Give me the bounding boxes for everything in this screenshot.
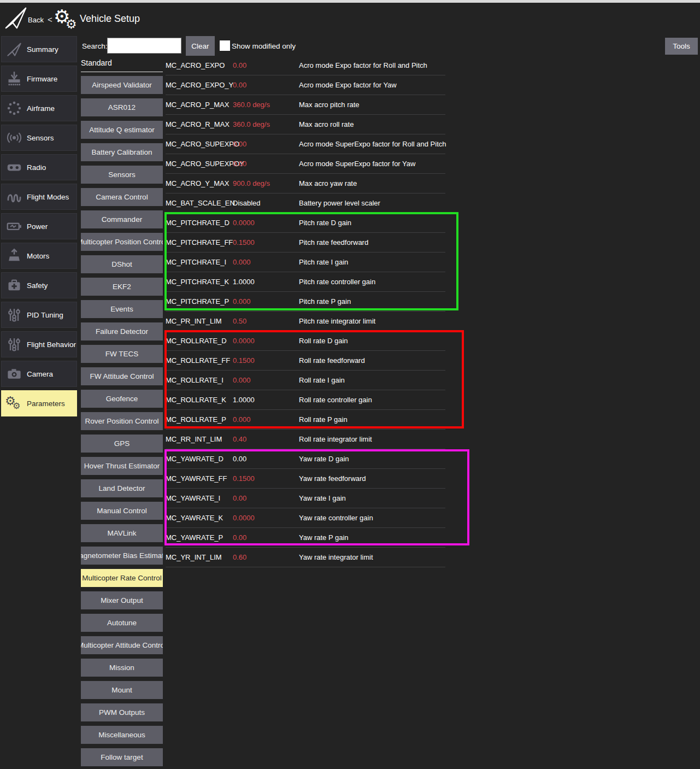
category-asr012[interactable]: ASR012 xyxy=(81,98,163,116)
category-fw-tecs[interactable]: FW TECS xyxy=(81,345,163,363)
param-row-mc-rollrate-k[interactable]: MC_ROLLRATE_K1.0000Roll rate controller … xyxy=(166,390,445,410)
param-value: 0.40 xyxy=(233,435,299,443)
category-geofence[interactable]: Geofence xyxy=(81,390,163,408)
param-row-mc-bat-scale-en[interactable]: MC_BAT_SCALE_ENDisabledBattery power lev… xyxy=(166,193,445,213)
param-row-mc-yawrate-i[interactable]: MC_YAWRATE_I0.00Yaw rate I gain xyxy=(166,489,445,508)
tools-button[interactable]: Tools xyxy=(665,38,698,55)
back-button[interactable]: Back xyxy=(28,16,44,24)
category-ekf2[interactable]: EKF2 xyxy=(81,278,163,296)
param-row-mc-pitchrate-p[interactable]: MC_PITCHRATE_P0.000Pitch rate P gain xyxy=(166,292,445,312)
param-name: MC_ROLLRATE_FF xyxy=(166,356,233,365)
sidebar-item-camera[interactable]: Camera xyxy=(1,361,77,387)
sidebar-item-flight-modes[interactable]: Flight Modes xyxy=(1,184,77,210)
param-description: Acro mode Expo factor for Roll and Pitch xyxy=(299,61,427,69)
param-name: MC_ACRO_EXPO xyxy=(166,61,233,69)
category-miscellaneous[interactable]: Miscellaneous xyxy=(81,726,163,744)
sidebar-item-pid-tuning[interactable]: PID Tuning xyxy=(1,302,77,328)
param-description: Battery power level scaler xyxy=(299,199,380,207)
sidebar-item-airframe[interactable]: Airframe xyxy=(1,95,77,121)
param-row-mc-acro-r-max[interactable]: MC_ACRO_R_MAX360.0 deg/sMax acro roll ra… xyxy=(166,115,445,134)
category-sensors[interactable]: Sensors xyxy=(81,166,163,184)
param-row-mc-yawrate-ff[interactable]: MC_YAWRATE_FF0.1500Yaw rate feedforward xyxy=(166,469,445,489)
param-description: Pitch rate controller gain xyxy=(299,278,375,286)
param-name: MC_ACRO_SUPEXPO xyxy=(166,140,233,148)
param-description: Max acro roll rate xyxy=(299,120,354,128)
param-row-mc-rollrate-i[interactable]: MC_ROLLRATE_I0.000Roll rate I gain xyxy=(166,371,445,390)
category-multicopter-rate-control[interactable]: Multicopter Rate Control xyxy=(81,569,163,587)
category-magnetometer-bias-estimator[interactable]: Magnetometer Bias Estimator xyxy=(81,547,163,565)
sidebar-item-label: Power xyxy=(27,222,48,231)
category-camera-control[interactable]: Camera Control xyxy=(81,188,163,206)
clear-button[interactable]: Clear xyxy=(186,36,215,56)
param-row-mc-acro-expo-y[interactable]: MC_ACRO_EXPO_Y0.00Acro mode Expo factor … xyxy=(166,75,445,95)
category-mount[interactable]: Mount xyxy=(81,681,163,699)
sidebar-item-radio[interactable]: Radio xyxy=(1,154,77,180)
sidebar-item-parameters[interactable]: ⚙⚙Parameters xyxy=(1,390,77,416)
category-attitude-q-estimator[interactable]: Attitude Q estimator xyxy=(81,121,163,139)
param-name: MC_YAWRATE_FF xyxy=(166,474,233,483)
param-row-mc-rollrate-ff[interactable]: MC_ROLLRATE_FF0.1500Roll rate feedforwar… xyxy=(166,351,445,371)
sidebar-item-summary[interactable]: Summary xyxy=(1,36,77,62)
category-manual-control[interactable]: Manual Control xyxy=(81,502,163,520)
sidebar-item-safety[interactable]: Safety xyxy=(1,272,77,298)
param-row-mc-acro-supexpoy[interactable]: MC_ACRO_SUPEXPOY0.00Acro mode SuperExpo … xyxy=(166,154,445,174)
category-mission[interactable]: Mission xyxy=(81,659,163,677)
category-hover-thrust-estimator[interactable]: Hover Thrust Estimator xyxy=(81,457,163,475)
category-rover-position-control[interactable]: Rover Position Control xyxy=(81,412,163,430)
param-row-mc-yr-int-lim[interactable]: MC_YR_INT_LIM0.60Yaw rate integrator lim… xyxy=(166,548,445,567)
sidebar-item-flight-behavior[interactable]: Flight Behavior xyxy=(1,331,77,357)
param-row-mc-pitchrate-ff[interactable]: MC_PITCHRATE_FF0.1500Pitch rate feedforw… xyxy=(166,233,445,253)
category-autotune[interactable]: Autotune xyxy=(81,614,163,632)
param-row-mc-yawrate-p[interactable]: MC_YAWRATE_P0.00Yaw rate P gain xyxy=(166,528,445,548)
category-group-header[interactable]: Standard xyxy=(81,58,163,72)
sidebar-item-label: Firmware xyxy=(27,75,57,83)
param-value: 0.00 xyxy=(233,81,299,89)
param-row-mc-rr-int-lim[interactable]: MC_RR_INT_LIM0.40Roll rate integrator li… xyxy=(166,430,445,449)
param-name: MC_ACRO_Y_MAX xyxy=(166,179,233,187)
sidebar-item-sensors[interactable]: Sensors xyxy=(1,125,77,151)
param-row-mc-acro-y-max[interactable]: MC_ACRO_Y_MAX900.0 deg/sMax acro yaw rat… xyxy=(166,174,445,193)
param-description: Pitch rate I gain xyxy=(299,258,348,266)
param-row-mc-pitchrate-k[interactable]: MC_PITCHRATE_K1.0000Pitch rate controlle… xyxy=(166,272,445,292)
param-value: 0.000 xyxy=(233,376,299,384)
category-multicopter-position-control[interactable]: Multicopter Position Control xyxy=(81,233,163,251)
param-row-mc-pitchrate-d[interactable]: MC_PITCHRATE_D0.0000Pitch rate D gain xyxy=(166,213,445,233)
search-input[interactable] xyxy=(107,38,181,54)
param-row-mc-pitchrate-i[interactable]: MC_PITCHRATE_I0.000Pitch rate I gain xyxy=(166,253,445,272)
param-description: Roll rate integrator limit xyxy=(299,435,372,443)
category-battery-calibration[interactable]: Battery Calibration xyxy=(81,143,163,161)
param-row-mc-rollrate-d[interactable]: MC_ROLLRATE_D0.0000Roll rate D gain xyxy=(166,331,445,351)
param-row-mc-yawrate-k[interactable]: MC_YAWRATE_K0.0000Yaw rate controller ga… xyxy=(166,508,445,528)
category-dshot[interactable]: DShot xyxy=(81,255,163,273)
param-row-mc-rollrate-p[interactable]: MC_ROLLRATE_P0.000Roll rate P gain xyxy=(166,410,445,430)
category-airspeed-validator[interactable]: Airspeed Validator xyxy=(81,76,163,94)
category-pwm-outputs[interactable]: PWM Outputs xyxy=(81,703,163,721)
category-failure-detector[interactable]: Failure Detector xyxy=(81,322,163,341)
sidebar-item-motors[interactable]: Motors xyxy=(1,243,77,269)
category-fw-attitude-control[interactable]: FW Attitude Control xyxy=(81,367,163,385)
category-mixer-output[interactable]: Mixer Output xyxy=(81,591,163,609)
param-row-mc-acro-p-max[interactable]: MC_ACRO_P_MAX360.0 deg/sMax acro pitch r… xyxy=(166,95,445,115)
sidebar-item-firmware[interactable]: Firmware xyxy=(1,66,77,92)
param-row-mc-acro-expo[interactable]: MC_ACRO_EXPO0.00Acro mode Expo factor fo… xyxy=(166,56,445,75)
show-modified-checkbox[interactable] xyxy=(220,40,230,51)
param-row-mc-yawrate-d[interactable]: MC_YAWRATE_D0.00Yaw rate D gain xyxy=(166,449,445,469)
sidebar-item-label: Motors xyxy=(27,252,49,260)
param-description: Yaw rate integrator limit xyxy=(299,553,373,561)
qgroundcontrol-logo-icon[interactable] xyxy=(4,6,27,30)
param-row-mc-acro-supexpo[interactable]: MC_ACRO_SUPEXPO0.00Acro mode SuperExpo f… xyxy=(166,134,445,154)
category-events[interactable]: Events xyxy=(81,300,163,318)
category-commander[interactable]: Commander xyxy=(81,210,163,228)
category-multicopter-attitude-control[interactable]: Multicopter Attitude Control xyxy=(81,636,163,654)
category-gps[interactable]: GPS xyxy=(81,435,163,453)
param-name: MC_YAWRATE_I xyxy=(166,494,233,502)
category-mavlink[interactable]: MAVLink xyxy=(81,524,163,542)
page-title: Vehicle Setup xyxy=(80,13,140,25)
sidebar-item-power[interactable]: Power xyxy=(1,213,77,239)
category-follow-target[interactable]: Follow target xyxy=(81,748,163,766)
param-value: 1.0000 xyxy=(233,278,299,286)
param-value: 0.1500 xyxy=(233,474,299,483)
param-row-mc-pr-int-lim[interactable]: MC_PR_INT_LIM0.50Pitch rate integrator l… xyxy=(166,312,445,331)
category-land-detector[interactable]: Land Detector xyxy=(81,479,163,497)
param-value: 0.000 xyxy=(233,258,299,266)
